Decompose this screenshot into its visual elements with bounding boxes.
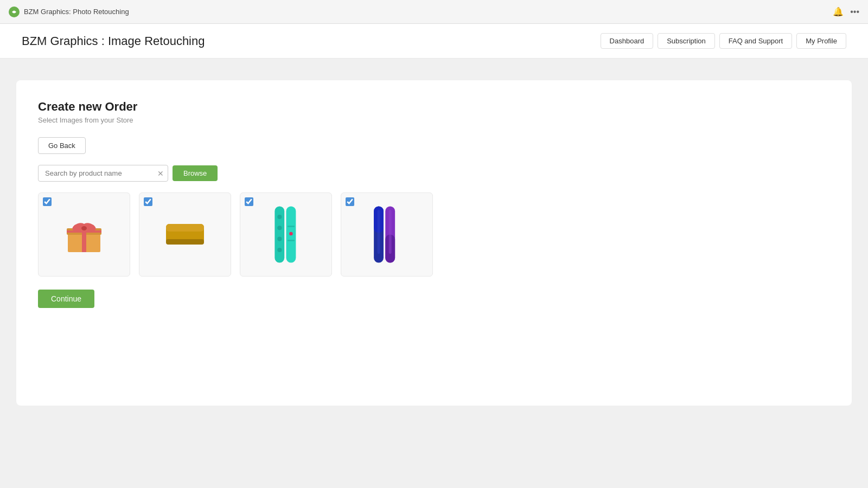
browser-tab-title: BZM Graphics: Photo Retouching [24, 8, 828, 16]
svg-rect-18 [287, 240, 294, 241]
svg-point-6 [81, 226, 87, 230]
search-input-wrap: ✕ [38, 165, 168, 182]
svg-point-16 [289, 232, 293, 236]
profile-nav-button[interactable]: My Profile [796, 33, 846, 49]
dashboard-nav-button[interactable]: Dashboard [601, 33, 654, 49]
svg-rect-9 [166, 239, 204, 245]
app-title: BZM Graphics : Image Retouching [22, 34, 205, 48]
product-image-1 [39, 193, 130, 276]
svg-point-14 [277, 248, 282, 252]
page-title: Create new Order [38, 100, 830, 114]
content-card: Create new Order Select Images from your… [16, 80, 852, 406]
product-card-2[interactable] [139, 192, 231, 277]
search-row: ✕ Browse [38, 165, 830, 182]
main-content: Create new Order Select Images from your… [0, 59, 868, 488]
product-card-3[interactable] [240, 192, 332, 277]
svg-point-12 [277, 226, 282, 230]
search-clear-icon[interactable]: ✕ [157, 169, 164, 178]
product-card-1[interactable] [38, 192, 130, 277]
faq-nav-button[interactable]: FAQ and Support [719, 33, 792, 49]
svg-point-13 [277, 237, 282, 241]
product-grid [38, 192, 830, 277]
svg-rect-24 [388, 210, 391, 254]
product-checkbox-2[interactable] [144, 197, 152, 206]
more-icon[interactable]: ••• [850, 7, 859, 17]
go-back-button[interactable]: Go Back [38, 137, 86, 154]
browser-actions: 🔔 ••• [833, 7, 859, 17]
product-image-4 [341, 193, 432, 276]
notification-icon[interactable]: 🔔 [833, 7, 844, 17]
browse-button[interactable]: Browse [173, 165, 218, 181]
svg-point-11 [277, 215, 282, 219]
subscription-nav-button[interactable]: Subscription [658, 33, 715, 49]
product-image-3 [240, 193, 331, 276]
page-subtitle: Select Images from your Store [38, 116, 830, 124]
search-input[interactable] [38, 165, 168, 182]
product-checkbox-3[interactable] [245, 197, 253, 206]
product-image-2 [139, 193, 231, 276]
header-nav: Dashboard Subscription FAQ and Support M… [601, 33, 846, 49]
app-container: BZM Graphics : Image Retouching Dashboar… [0, 24, 868, 488]
browser-favicon [9, 7, 20, 17]
product-checkbox-1[interactable] [43, 197, 52, 206]
app-header: BZM Graphics : Image Retouching Dashboar… [0, 24, 868, 59]
browser-bar: BZM Graphics: Photo Retouching 🔔 ••• [0, 0, 868, 24]
svg-rect-8 [166, 224, 204, 232]
svg-rect-3 [67, 230, 101, 233]
continue-button[interactable]: Continue [38, 290, 94, 308]
product-checkbox-4[interactable] [346, 197, 354, 206]
svg-rect-17 [287, 226, 294, 227]
product-card-4[interactable] [341, 192, 433, 277]
svg-rect-23 [377, 210, 380, 254]
